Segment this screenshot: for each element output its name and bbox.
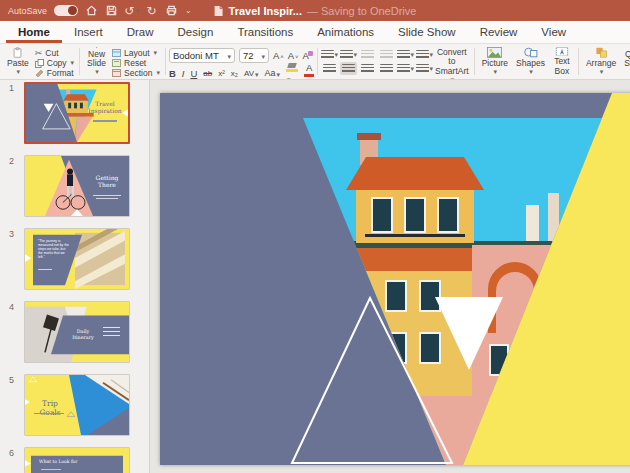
section-button[interactable]: Section [112, 68, 160, 78]
copy-icon [35, 59, 44, 68]
align-center-button[interactable] [340, 62, 357, 75]
slide-number-1: 1 [0, 82, 24, 144]
print-icon[interactable] [165, 4, 178, 17]
arrange-group: Arrange Quick Styles Shape Shape [582, 46, 630, 77]
save-icon[interactable] [105, 4, 118, 17]
title-text: Travel Inspir... [229, 5, 302, 17]
italic-button[interactable]: I [182, 69, 185, 79]
toggle-knob [68, 6, 77, 15]
picture-icon [485, 47, 504, 58]
insert-group: Picture Shapes Text Box [478, 46, 575, 77]
change-case-button[interactable]: Aa [265, 69, 281, 78]
reset-button[interactable]: Reset [112, 58, 160, 68]
new-slide-label: New Slide [87, 50, 106, 69]
tab-animations[interactable]: Animations [305, 21, 386, 43]
slide-3-attribution-line [38, 269, 52, 270]
increase-indent-button[interactable] [378, 48, 395, 61]
slide-1-subtitle-line [93, 120, 117, 122]
document-title: Travel Inspir... — Saving to OneDrive [214, 5, 417, 17]
format-painter-button[interactable]: Format [35, 68, 74, 78]
tab-slideshow[interactable]: Slide Show [386, 21, 468, 43]
redo-icon[interactable]: ↻ [145, 4, 158, 17]
slide-6-title: What to Look for [39, 459, 89, 464]
autosave-toggle[interactable] [54, 5, 78, 16]
slide-thumbnail-2[interactable]: Getting There [24, 155, 130, 217]
customize-toolbar-caret[interactable]: ⌄ [185, 6, 192, 15]
convert-to-smartart-button[interactable]: Convert to SmartArt [433, 46, 471, 77]
line-spacing-button[interactable] [397, 48, 414, 61]
quick-styles-button[interactable]: Quick Styles [622, 46, 630, 77]
slide-thumbnail-1[interactable]: Travel Inspiration [24, 82, 130, 144]
slide-2-subtitle-line-1 [93, 195, 121, 196]
slide-1-title: Travel Inspiration [85, 101, 125, 115]
copy-button[interactable]: Copy [35, 58, 74, 68]
font-family-value: Bodoni MT [173, 50, 219, 61]
font-size-combo[interactable]: 72 [239, 48, 269, 63]
bullets-button[interactable] [321, 48, 338, 61]
text-box-label: Text Box [554, 57, 570, 76]
tab-design[interactable]: Design [166, 21, 226, 43]
shrink-font-button[interactable]: A [288, 51, 299, 61]
align-text-button[interactable] [416, 62, 433, 75]
slide-thumbnail-6[interactable]: What to Look for [24, 447, 130, 473]
strikethrough-button[interactable]: ab [203, 70, 212, 78]
underline-button[interactable]: U [190, 69, 197, 79]
arrange-label: Arrange [586, 59, 616, 68]
tab-insert[interactable]: Insert [62, 21, 115, 43]
numbering-button[interactable] [340, 48, 357, 61]
highlight-button[interactable] [286, 63, 298, 80]
slide-2-subtitle-line-2 [96, 198, 118, 199]
font-color-button[interactable]: A [304, 63, 314, 80]
undo-icon[interactable]: ↺ [125, 4, 138, 17]
align-right-button[interactable] [359, 62, 376, 75]
tab-home[interactable]: Home [6, 21, 62, 43]
font-family-combo[interactable]: Bodoni MT [169, 48, 235, 63]
paste-button[interactable]: Paste [5, 46, 31, 77]
text-direction-button[interactable] [416, 48, 433, 61]
bullets-icon [321, 50, 333, 60]
slide-thumbnail-3[interactable]: “The journey is measured not by the step… [24, 228, 130, 290]
align-left-button[interactable] [321, 62, 338, 75]
tab-draw[interactable]: Draw [115, 21, 166, 43]
slide-number-2: 2 [0, 155, 24, 217]
text-box-button[interactable]: Text Box [551, 46, 573, 77]
grow-font-button[interactable]: A [273, 51, 284, 61]
slide-4-bullet-1 [103, 327, 120, 328]
slide-thumbnail-panel: 1 [0, 80, 150, 473]
slide-thumbnail-5[interactable]: Trip Goals [24, 374, 130, 436]
tab-transitions[interactable]: Transitions [225, 21, 305, 43]
justify-button[interactable] [378, 62, 395, 75]
clear-formatting-button[interactable]: A [303, 51, 309, 61]
vertical-spacing-button[interactable] [397, 62, 414, 75]
home-icon[interactable] [85, 4, 98, 17]
section-icon [112, 69, 121, 77]
reset-icon [112, 59, 121, 67]
new-slide-button[interactable]: New Slide [85, 46, 108, 77]
format-label: Format [47, 68, 74, 78]
subscript-button[interactable]: x₂ [231, 70, 238, 78]
character-spacing-button[interactable]: AV [244, 70, 259, 78]
superscript-button[interactable]: x² [218, 70, 225, 78]
shapes-label: Shapes [516, 59, 545, 68]
thumbnail-row-6: 6 What to Look for [0, 447, 149, 473]
decrease-indent-button[interactable] [359, 48, 376, 61]
document-icon [214, 5, 224, 17]
slide-thumbnail-4[interactable]: Daily Itinerary [24, 301, 130, 363]
ribbon-tabs: Home Insert Draw Design Transitions Anim… [0, 21, 630, 44]
arrange-button[interactable]: Arrange [584, 46, 618, 77]
font-size-value: 72 [243, 50, 254, 61]
bold-button[interactable]: B [169, 69, 176, 79]
bold-glyph: B [169, 69, 176, 79]
tab-review[interactable]: Review [468, 21, 530, 43]
line-spacing-icon [397, 50, 409, 60]
quick-access-toolbar: AutoSave ↺ ↻ ⌄ [8, 4, 192, 17]
slide-number-3: 3 [0, 228, 24, 290]
current-slide-canvas[interactable] [160, 93, 630, 465]
cut-button[interactable]: ✂Cut [35, 48, 74, 58]
layout-button[interactable]: Layout [112, 48, 160, 58]
shapes-button[interactable]: Shapes [514, 46, 547, 77]
picture-button[interactable]: Picture [480, 46, 510, 77]
tab-view[interactable]: View [529, 21, 578, 43]
text-box-icon [553, 47, 571, 56]
copy-label: Copy [47, 58, 67, 68]
